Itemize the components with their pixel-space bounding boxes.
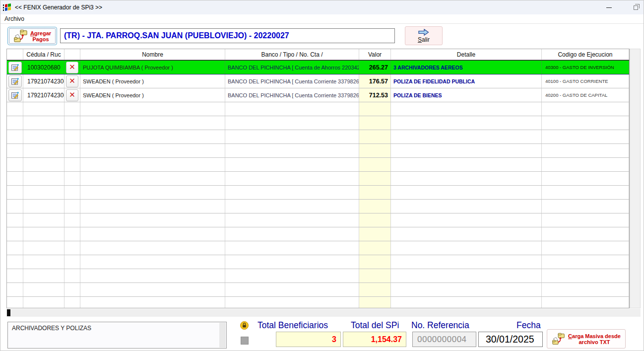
edit-cell — [7, 61, 23, 74]
title-bar: << FENIX Generador de SPi3 >> — [0, 0, 644, 14]
codigo-cell: 40300 - GASTO DE INVERSIÓN — [542, 61, 629, 74]
edit-row-button[interactable] — [8, 89, 22, 101]
edit-cell — [7, 88, 23, 102]
table-row[interactable]: 1003020680✕PUJOTA QUIMBIAMBA ( Proveedor… — [7, 60, 629, 74]
agregar-pagos-button[interactable]: Agregar Pagos — [7, 27, 57, 45]
total-beneficiarios-field: 3 — [276, 332, 341, 347]
entity-name-text: (TR) - JTA. PARROQ.SAN JUAN (PUEBLOVIEJO… — [64, 31, 289, 40]
exit-arrow-icon — [418, 29, 429, 36]
codigo-cell: 40200 - GASTO DE CAPITAL — [542, 88, 629, 102]
header-cedula: Cédula / Ruc — [23, 49, 64, 60]
header-detalle: Detalle — [391, 49, 542, 60]
delete-cell: ✕ — [64, 74, 80, 88]
empty-table-row[interactable] — [7, 186, 629, 200]
header-delete-col — [64, 49, 80, 60]
valor-cell: 712.53 — [359, 88, 391, 102]
edit-form-icon — [11, 91, 19, 99]
banco-cell: BANCO DEL PICHINCHA [ Cuenta Corriente 3… — [225, 88, 359, 102]
salir-button[interactable]: Salir — [405, 26, 443, 45]
delete-x-icon: ✕ — [69, 77, 75, 85]
delete-row-button[interactable]: ✕ — [66, 75, 78, 87]
empty-table-row[interactable] — [7, 297, 629, 308]
edit-row-button[interactable] — [8, 75, 22, 87]
nombre-cell: PUJOTA QUIMBIAMBA ( Proveedor ) — [80, 61, 225, 74]
banco-cell: BANCO DEL PICHINCHA [ Cuenta de Ahorros … — [225, 61, 359, 74]
valor-cell: 176.57 — [359, 74, 391, 88]
notes-scrollbar[interactable] — [219, 323, 226, 348]
cedula-cell: 1792107423001 — [23, 74, 64, 88]
menu-archivo[interactable]: Archivo — [0, 14, 28, 23]
notes-text: ARCHIVADORES Y POLIZAS — [12, 325, 91, 332]
menu-bar: Archivo — [0, 14, 644, 24]
codigo-cell: 40100 - GASTO CORRIENTE — [542, 74, 629, 88]
cedula-cell: 1792107423001 — [23, 88, 64, 102]
minimize-icon — [606, 7, 612, 8]
focus-rect — [9, 28, 56, 44]
header-valor: Valor — [359, 49, 391, 60]
salir-label: Salir — [418, 36, 430, 43]
window-title: << FENIX Generador de SPi3 >> — [15, 4, 102, 11]
empty-table-row[interactable] — [7, 102, 629, 116]
fecha-label: Fecha — [516, 320, 541, 331]
grid-vertical-scrollbar[interactable] — [630, 49, 641, 308]
delete-cell: ✕ — [64, 88, 80, 102]
restore-button[interactable] — [625, 0, 644, 14]
payments-grid: Cédula / Ruc Nombre Banco / Tipo / No. C… — [6, 49, 630, 308]
lock-icon[interactable] — [240, 321, 249, 330]
empty-table-row[interactable] — [7, 200, 629, 213]
empty-table-row[interactable] — [7, 158, 629, 172]
total-spi-field: 1,154.37 — [343, 332, 406, 347]
fecha-field[interactable]: 30/01/2025 — [478, 332, 543, 347]
nombre-cell: SWEADEN ( Proveedor ) — [80, 74, 225, 88]
empty-table-row[interactable] — [7, 116, 629, 130]
banco-cell: BANCO DEL PICHINCHA [ Cuenta Corriente 3… — [225, 74, 359, 88]
referencia-value: 0000000004 — [417, 335, 467, 345]
empty-table-row[interactable] — [7, 144, 629, 158]
detalle-cell: 3 ARCHIVADORES AEREOS — [391, 61, 542, 74]
empty-table-row[interactable] — [7, 283, 629, 297]
empty-table-row[interactable] — [7, 241, 629, 255]
delete-row-button[interactable]: ✕ — [66, 89, 78, 101]
total-beneficiarios-label: Total Beneficiarios — [258, 320, 328, 331]
delete-cell: ✕ — [64, 61, 80, 74]
empty-table-row[interactable] — [7, 130, 629, 144]
notes-textarea[interactable]: ARCHIVADORES Y POLIZAS — [7, 322, 227, 349]
entity-name-input[interactable]: (TR) - JTA. PARROQ.SAN JUAN (PUEBLOVIEJO… — [60, 28, 395, 43]
minimize-button[interactable] — [598, 0, 620, 14]
delete-x-icon: ✕ — [69, 91, 75, 99]
empty-table-row[interactable] — [7, 227, 629, 241]
total-spi-label: Total del SPi — [351, 320, 399, 331]
grid-header-row: Cédula / Ruc Nombre Banco / Tipo / No. C… — [7, 49, 629, 60]
header-codigo: Codigo de Ejecucion — [542, 49, 629, 60]
header-banco: Banco / Tipo / No. Cta / — [225, 49, 359, 60]
gray-indicator-button[interactable] — [241, 337, 249, 345]
cedula-cell: 1003020680 — [23, 61, 64, 74]
edit-row-button[interactable] — [8, 62, 22, 73]
app-window: << FENIX Generador de SPi3 >> Archivo Ag… — [0, 0, 644, 351]
total-spi-value: 1,154.37 — [371, 335, 402, 344]
fecha-value: 30/01/2025 — [486, 334, 534, 345]
detalle-cell: POLIZA DE BIENES — [391, 88, 542, 102]
grid-body: 1003020680✕PUJOTA QUIMBIAMBA ( Proveedor… — [7, 60, 629, 308]
empty-table-row[interactable] — [7, 172, 629, 186]
total-beneficiarios-value: 3 — [332, 335, 336, 344]
valor-cell: 265.27 — [359, 61, 391, 74]
header-nombre: Nombre — [80, 49, 225, 60]
nombre-cell: SWEADEN ( Proveedor ) — [80, 88, 225, 102]
app-window-icon — [3, 3, 11, 11]
empty-table-row[interactable] — [7, 269, 629, 283]
folder-transfer-icon — [552, 333, 566, 346]
empty-table-row[interactable] — [7, 213, 629, 227]
table-row[interactable]: 1792107423001✕SWEADEN ( Proveedor )BANCO… — [7, 74, 629, 88]
scrollbar-thumb[interactable] — [7, 309, 10, 316]
detalle-cell: POLIZA DE FIDELIDAD PUBLICA — [391, 74, 542, 88]
table-row[interactable]: 1792107423001✕SWEADEN ( Proveedor )BANCO… — [7, 88, 629, 102]
delete-row-button[interactable]: ✕ — [66, 62, 78, 73]
grid-horizontal-scrollbar[interactable] — [6, 309, 641, 317]
edit-cell — [7, 74, 23, 88]
carga-masiva-label: Carga Masiva desde archivo TXT — [568, 333, 621, 345]
edit-form-icon — [11, 64, 19, 71]
carga-masiva-button[interactable]: Carga Masiva desde archivo TXT — [547, 329, 626, 349]
empty-table-row[interactable] — [7, 255, 629, 269]
header-edit-col — [7, 49, 23, 60]
